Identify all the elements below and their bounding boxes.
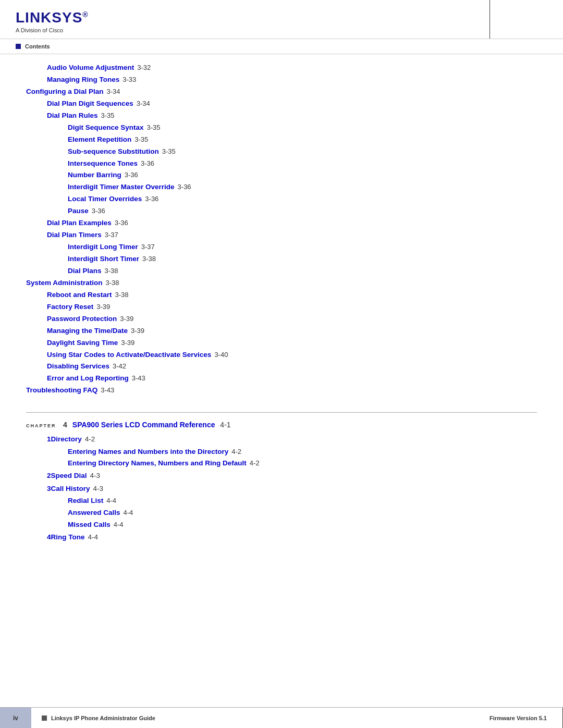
footer-title: Linksys IP Phone Administrator Guide (51, 715, 155, 721)
toc-item-page: 3-38 (106, 277, 119, 289)
section-page: 4-2 (85, 433, 95, 446)
toc-item-reboot-restart[interactable]: Reboot and Restart 3-38 (26, 289, 537, 301)
toc-item-dial-plan-examples[interactable]: Dial Plan Examples 3-36 (26, 217, 537, 229)
toc-item-page: 3-35 (147, 122, 161, 133)
toc-item-redial-list[interactable]: Redial List 4-4 (26, 495, 537, 507)
toc-item-dial-plan-digit[interactable]: Dial Plan Digit Sequences 3-34 (26, 98, 537, 110)
toc-item-dial-plans[interactable]: Dial Plans 3-38 (26, 265, 537, 277)
footer-version: Firmware Version 5.1 (489, 715, 562, 721)
toc-item-label: Reboot and Restart (47, 289, 112, 301)
toc-item-audio-volume[interactable]: Audio Volume Adjustment 3-32 (26, 62, 537, 74)
toc-item-page: 3-43 (132, 373, 145, 384)
toc-item-page: 3-38 (105, 265, 118, 277)
toc-item-label: Missed Calls (68, 519, 111, 531)
contents-bar: Contents (0, 39, 563, 54)
section-speed-dial[interactable]: 2 Speed Dial 4-3 (26, 470, 537, 482)
toc-item-missed-calls[interactable]: Missed Calls 4-4 (26, 519, 537, 531)
toc-item-number-barring[interactable]: Number Barring 3-36 (26, 169, 537, 181)
toc-item-page: 3-36 (92, 205, 105, 217)
footer-icon (42, 715, 47, 721)
toc-item-label: Audio Volume Adjustment (47, 62, 134, 74)
toc-item-label: Local Timer Overrides (68, 193, 142, 205)
toc-item-page: 4-2 (250, 458, 260, 469)
toc-item-label: Error and Log Reporting (47, 373, 129, 385)
section-ring-tone[interactable]: 4 Ring Tone 4-4 (26, 531, 537, 544)
toc-item-factory-reset[interactable]: Factory Reset 3-39 (26, 301, 537, 313)
footer-center: Linksys IP Phone Administrator Guide (31, 715, 489, 721)
toc-item-page: 3-32 (137, 62, 151, 73)
toc-item-error-log[interactable]: Error and Log Reporting 3-43 (26, 373, 537, 385)
toc-item-label: Dial Plan Timers (47, 229, 102, 241)
toc-item-page: 3-42 (113, 361, 126, 372)
footer-page-number: iv (0, 708, 31, 728)
toc-item-page: 3-40 (214, 349, 228, 361)
chapter4-title[interactable]: SPA900 Series LCD Command Reference 4-1 (72, 421, 231, 429)
toc-item-label: System Administration (26, 277, 103, 289)
toc-item-label: Password Protection (47, 313, 117, 325)
section-title: Speed Dial (51, 470, 87, 482)
contents-icon (16, 44, 21, 49)
toc-item-page: 4-4 (124, 507, 133, 519)
section-call-history[interactable]: 3 Call History 4-3 (26, 483, 537, 495)
toc-item-interdigit-short[interactable]: Interdigit Short Timer 3-38 (26, 253, 537, 265)
toc-item-password-protection[interactable]: Password Protection 3-39 (26, 313, 537, 325)
section-page: 4-4 (88, 531, 99, 544)
toc-item-page: 3-36 (125, 169, 138, 181)
toc-item-page: 3-36 (115, 217, 128, 229)
toc-item-label: Digit Sequence Syntax (68, 122, 144, 134)
toc-item-entering-names[interactable]: Entering Names and Numbers into the Dire… (26, 446, 537, 458)
section-title: Directory (51, 433, 82, 446)
toc-item-digit-seq-syntax[interactable]: Digit Sequence Syntax 3-35 (26, 122, 537, 134)
toc-item-label: Answered Calls (68, 507, 120, 519)
contents-label: Contents (25, 43, 50, 50)
toc-item-managing-timedate[interactable]: Managing the Time/Date 3-39 (26, 325, 537, 337)
toc-item-label: Interdigit Long Timer (68, 241, 138, 253)
toc-item-disabling-services[interactable]: Disabling Services 3-42 (26, 361, 537, 373)
toc-item-troubleshooting-faq[interactable]: Troubleshooting FAQ 3-43 (26, 385, 537, 397)
toc-item-answered-calls[interactable]: Answered Calls 4-4 (26, 507, 537, 519)
footer-page-label: iv (13, 714, 18, 722)
toc-item-interseq-tones[interactable]: Intersequence Tones 3-36 (26, 158, 537, 170)
toc-item-label: Intersequence Tones (68, 158, 138, 170)
toc-item-dial-plan-timers[interactable]: Dial Plan Timers 3-37 (26, 229, 537, 241)
toc-item-page: 3-38 (115, 289, 129, 301)
toc-item-managing-ring[interactable]: Managing Ring Tones 3-33 (26, 74, 537, 86)
toc-item-label: Entering Directory Names, Numbers and Ri… (68, 458, 247, 470)
logo-reg: ® (82, 10, 88, 19)
toc-item-star-codes[interactable]: Using Star Codes to Activate/Deactivate … (26, 349, 537, 361)
section-num: 1 (47, 433, 51, 446)
section-num: 4 (47, 531, 51, 544)
toc-item-system-admin[interactable]: System Administration 3-38 (26, 277, 537, 289)
section-directory[interactable]: 1 Directory 4-2 (26, 433, 537, 446)
toc-item-pause[interactable]: Pause 3-36 (26, 205, 537, 217)
toc-item-entering-dir-names[interactable]: Entering Directory Names, Numbers and Ri… (26, 458, 537, 470)
chapter-label: CHAPTER 4 (26, 421, 68, 429)
toc-item-dial-plan-rules[interactable]: Dial Plan Rules 3-35 (26, 110, 537, 122)
toc-item-label: Sub-sequence Substitution (68, 146, 159, 158)
header-divider (489, 0, 490, 39)
toc-item-page: 3-37 (141, 241, 155, 253)
section-num: 2 (47, 470, 51, 482)
page-footer: iv Linksys IP Phone Administrator Guide … (0, 707, 563, 728)
toc-item-subseq-substitution[interactable]: Sub-sequence Substitution 3-35 (26, 146, 537, 158)
toc-item-page: 3-39 (121, 337, 134, 349)
toc-item-label: Managing Ring Tones (47, 74, 119, 86)
toc-item-local-timer[interactable]: Local Timer Overrides 3-36 (26, 193, 537, 205)
toc-item-configuring-dial-plan[interactable]: Configuring a Dial Plan 3-34 (26, 86, 537, 98)
section-num: 3 (47, 483, 51, 495)
toc-item-label: Dial Plan Rules (47, 110, 98, 122)
toc-item-daylight-saving[interactable]: Daylight Saving Time 3-39 (26, 337, 537, 349)
toc-item-page: 4-2 (231, 446, 241, 458)
toc-item-label: Element Repetition (68, 134, 131, 146)
toc-item-label: Redial List (68, 495, 103, 507)
logo-subtitle: A Division of Cisco (16, 27, 89, 33)
toc-item-page: 3-38 (142, 253, 156, 265)
toc-item-element-repetition[interactable]: Element Repetition 3-35 (26, 134, 537, 146)
section-page: 4-3 (93, 483, 104, 495)
toc-item-label: Pause (68, 205, 89, 217)
chapter-title-text: SPA900 Series LCD Command Reference (72, 421, 215, 429)
toc-item-interdigit-master[interactable]: Interdigit Timer Master Override 3-36 (26, 181, 537, 193)
toc-item-page: 3-39 (96, 301, 110, 313)
toc-item-interdigit-long[interactable]: Interdigit Long Timer 3-37 (26, 241, 537, 253)
toc-item-page: 3-37 (105, 229, 118, 241)
